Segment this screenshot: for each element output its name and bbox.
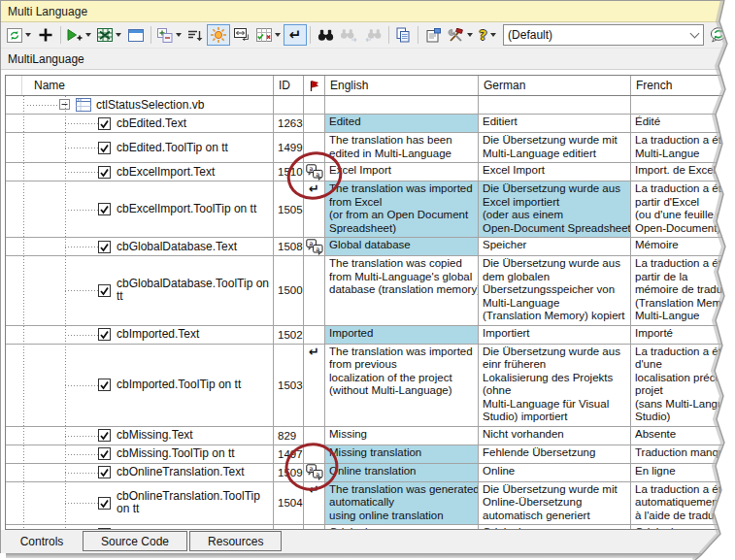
cell-id[interactable]: 1505 [274,181,304,237]
cell-english[interactable]: Global database [325,238,479,255]
cell-flag[interactable] [304,115,325,132]
cell-flag[interactable] [304,445,325,463]
cell-id[interactable]: 1508 [274,238,304,255]
add-remove-button[interactable] [154,24,184,46]
cell-flag[interactable] [304,96,325,114]
cell-french[interactable]: Import. de Excel [631,163,730,181]
cell-flag[interactable]: aa [304,163,325,181]
cell-id[interactable]: 1503 [274,345,304,426]
cell-name[interactable]: cbOnlineTranslation.ToolTip on tt [6,482,274,525]
highlight-button[interactable] [207,24,230,46]
cell-flag[interactable] [304,133,325,162]
cell-name[interactable]: cbGlobalDatabase.Text [6,238,274,255]
cell-name[interactable]: cbMissing.Text [6,427,274,445]
cell-flag[interactable]: ↵ [304,181,325,237]
cell-name[interactable]: cbMissing.ToolTip on tt [6,445,274,463]
row-checkbox[interactable] [98,497,111,510]
cell-french[interactable]: Mémoire [631,238,730,255]
cell-id[interactable]: 1497 [274,445,304,463]
cell-english[interactable]: Edited [325,115,479,132]
cell-german[interactable]: Nicht vorhanden [479,427,631,445]
sort-button[interactable] [184,24,207,46]
group-name-cell[interactable]: ctlStatusSelection.vb [6,96,274,114]
row-checkbox[interactable] [98,142,111,154]
column-header-fr[interactable]: French [631,76,730,95]
cell-flag[interactable] [304,256,325,325]
row-checkbox[interactable] [98,429,111,442]
cell-german[interactable]: Speicher [479,238,631,255]
profile-combobox[interactable]: (Default) [503,24,704,46]
column-header-en[interactable]: English [325,76,479,95]
cell-french[interactable] [631,96,730,114]
form-window-button[interactable] [124,24,148,46]
cell-flag[interactable]: ↵ [304,345,325,426]
excel-export-button[interactable] [94,24,124,46]
tab-source-code[interactable]: Source Code [83,531,187,551]
row-checkbox[interactable] [98,284,111,297]
cell-german[interactable]: Die Übersetzung wurde mit Multi-Language… [479,133,631,162]
row-checkbox[interactable] [98,117,111,130]
column-header-id[interactable]: ID [274,76,304,95]
cell-id[interactable]: 1500 [274,256,304,325]
dropdown-caret-icon[interactable] [467,33,473,37]
cell-flag[interactable] [304,427,325,445]
cell-english[interactable]: The translation was generated automatica… [325,482,479,525]
find-button[interactable] [314,24,337,46]
cell-flag[interactable]: aa [304,238,325,255]
cell-name[interactable]: cbEdited.Text [6,115,274,132]
cell-name[interactable]: cbOnlineTranslation.Text [6,464,274,481]
column-header-de[interactable]: German [479,76,631,95]
linebreak-button[interactable]: ↵ [284,24,307,46]
cell-french[interactable]: Édité [631,115,730,132]
tab-controls[interactable]: Controls [1,530,83,553]
row-checkbox[interactable] [98,379,111,391]
cell-french[interactable]: La traduction a été é Multi-Langue [631,133,730,162]
cell-name[interactable]: cbExcelImport.ToolTip on tt [6,181,274,237]
row-checkbox[interactable] [98,328,111,341]
column-header-flag[interactable] [304,76,325,95]
cell-german[interactable]: Editiert [479,115,631,132]
cell-french[interactable]: La traduction a été g automatiquement à … [631,482,730,525]
cell-french[interactable]: Importé [631,326,730,344]
cell-flag[interactable] [304,326,325,344]
row-checkbox[interactable] [98,203,111,215]
dropdown-caret-icon[interactable] [176,33,182,37]
cell-french[interactable]: Traduction manquant [631,445,730,463]
cell-french[interactable]: La traduction a été c partir de la mémoi… [631,256,730,325]
cell-id[interactable] [274,96,304,114]
dropdown-caret-icon[interactable] [116,33,121,37]
refresh-button[interactable] [4,24,34,46]
cell-english[interactable]: Missing translation [325,445,479,463]
cell-id[interactable]: 1263 [274,115,304,132]
cell-english[interactable]: Imported [325,326,479,344]
row-checkbox[interactable] [98,241,111,253]
cell-name[interactable]: cbEdited.ToolTip on tt [6,133,274,162]
cell-name[interactable]: cbImported.ToolTip on tt [6,345,274,426]
cell-german[interactable]: Die Übersetzung wurde aus dem globalen Ü… [479,256,631,325]
tab-resources[interactable]: Resources [189,531,282,551]
cell-english[interactable]: The translation was copied from Multi-La… [325,256,479,325]
help-button[interactable]: ? [476,24,499,46]
collapse-icon[interactable] [59,99,70,110]
cell-english[interactable]: The translation was imported from previo… [325,345,479,426]
cell-german[interactable]: Die Übersetzung wurde mit Online-Überset… [479,482,631,525]
cell-english[interactable] [325,96,479,114]
cell-english[interactable]: The translation was imported from Excel … [325,181,479,237]
dropdown-caret-icon[interactable] [275,33,281,37]
add-button[interactable] [34,24,57,46]
cell-english[interactable]: The translation has been edited in Multi… [325,133,479,162]
properties-button[interactable] [421,24,445,46]
cell-german[interactable]: Die Übersetzung wurde aus einr früheren … [479,345,631,426]
run-add-button[interactable] [64,24,95,46]
cell-german[interactable]: Excel Import [479,163,631,181]
cell-id[interactable]: 1499 [274,133,304,162]
cell-name[interactable]: cbExcelImport.Text [6,163,274,181]
combobox-dropdown-button[interactable] [687,25,703,45]
cell-id[interactable]: 1510 [274,163,304,181]
dropdown-caret-icon[interactable] [25,33,31,37]
cell-name[interactable]: cbImported.Text [6,326,274,344]
column-header-name[interactable]: Name [6,76,274,95]
cell-french[interactable]: La traduction a été im d'une localisatio… [631,345,730,426]
cell-flag[interactable]: ↵ [304,482,325,525]
copy-button[interactable] [391,24,415,46]
